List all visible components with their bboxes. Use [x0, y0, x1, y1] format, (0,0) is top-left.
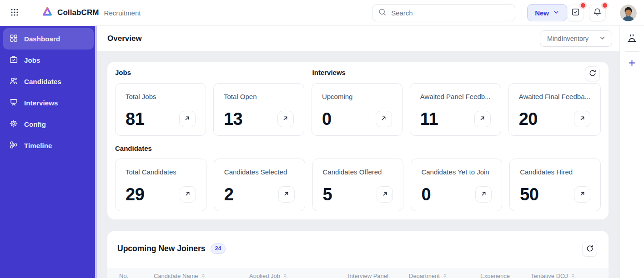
page-title: Overview	[107, 34, 142, 43]
stat-label: Total Jobs	[126, 93, 196, 100]
org-selector-value: MindInventory	[547, 35, 589, 42]
add-widget-button[interactable]	[624, 55, 640, 72]
topbar-actions: New	[372, 4, 637, 21]
open-stat-button[interactable]	[180, 186, 196, 203]
arrow-up-right-icon	[282, 114, 289, 124]
stats-row-1: Total Jobs 81 Total Open 13 Upcoming	[115, 83, 601, 136]
arrow-up-right-icon	[282, 190, 290, 199]
brand: CollabCRM Recruitment	[41, 6, 141, 20]
open-stat-button[interactable]	[474, 111, 491, 127]
refresh-stats-button[interactable]	[585, 66, 600, 81]
column-header-candidate-name[interactable]: Candidate Name	[154, 273, 249, 278]
org-selector[interactable]: MindInventory	[540, 30, 612, 47]
stat-card-awaited-final-feedback: Awaited Final Feedba... 20	[508, 83, 601, 136]
stat-label: Candidates Yet to Join	[421, 168, 492, 176]
open-stat-button[interactable]	[376, 111, 392, 127]
sidebar-item-label: Candidates	[24, 78, 61, 85]
column-header-applied-job[interactable]: Applied Job	[249, 273, 348, 278]
chevron-down-icon	[599, 35, 606, 43]
stat-card-candidates-selected: Candidates Selected 2	[214, 159, 305, 211]
section-label-candidates: Candidates	[115, 144, 601, 152]
arrow-up-right-icon	[579, 190, 586, 199]
search-input[interactable]	[391, 9, 509, 17]
stat-label: Awaited Panel Feedb...	[420, 93, 491, 100]
column-header-department[interactable]: Department	[409, 273, 480, 278]
chip-icon	[9, 119, 18, 130]
stat-value: 81	[126, 110, 144, 128]
sidebar: Dashboard Jobs Candidates Interviews Con…	[0, 26, 97, 278]
column-label: Applied Job	[249, 273, 280, 278]
new-button[interactable]: New	[527, 4, 567, 21]
main-content: Overview MindInventory Jobs Interviews	[97, 26, 619, 278]
stat-value: 2	[224, 186, 234, 203]
stat-card-candidates-yet-to-join: Candidates Yet to Join 0	[411, 159, 502, 211]
arrow-up-right-icon	[480, 190, 488, 199]
column-header-no: No.	[119, 273, 154, 278]
stat-card-upcoming: Upcoming 0	[312, 83, 402, 136]
sidebar-item-candidates[interactable]: Candidates	[3, 71, 94, 92]
open-stat-button[interactable]	[574, 186, 590, 203]
service-bell-icon	[626, 33, 638, 46]
notifications-button[interactable]	[589, 5, 606, 21]
sidebar-item-label: Interviews	[24, 99, 58, 107]
section-label-interviews: Interviews	[312, 69, 601, 76]
stat-label: Candidates Hired	[520, 168, 590, 176]
sort-icon[interactable]	[282, 273, 288, 278]
sort-icon[interactable]	[442, 273, 448, 278]
stat-value: 29	[126, 186, 144, 203]
stat-label: Awaited Final Feedba...	[519, 93, 590, 100]
sort-icon[interactable]	[570, 273, 576, 278]
column-header-experience: Experience	[480, 273, 531, 278]
chevron-down-icon	[553, 9, 559, 17]
stat-card-total-open: Total Open 13	[213, 83, 304, 136]
joiners-title: Upcoming New Joiners	[117, 244, 206, 253]
open-stat-button[interactable]	[179, 111, 196, 127]
open-stat-button[interactable]	[475, 186, 492, 203]
column-label: Tentative DOJ	[531, 273, 568, 278]
sidebar-item-label: Dashboard	[24, 35, 60, 43]
arrow-up-right-icon	[380, 114, 387, 124]
checkbox-check-icon	[571, 7, 580, 18]
open-stat-button[interactable]	[574, 111, 590, 127]
presentation-board-icon	[9, 98, 18, 109]
stat-value: 5	[323, 186, 332, 203]
sidebar-item-config[interactable]: Config	[3, 114, 94, 135]
column-header-tentative-doj[interactable]: Tentative DOJ	[531, 273, 604, 278]
open-stat-button[interactable]	[278, 186, 295, 203]
joiners-count-badge: 24	[211, 243, 226, 254]
new-button-label: New	[535, 9, 549, 17]
sidebar-item-label: Config	[24, 120, 46, 128]
sidebar-item-timeline[interactable]: Timeline	[3, 135, 94, 156]
sidebar-item-jobs[interactable]: Jobs	[3, 50, 94, 71]
app: CollabCRM Recruitment New	[0, 0, 644, 278]
sidebar-item-dashboard[interactable]: Dashboard	[3, 28, 94, 50]
product-name: Recruitment	[104, 9, 141, 17]
stat-label: Upcoming	[322, 93, 392, 100]
stat-value: 11	[420, 110, 438, 128]
open-stat-button[interactable]	[277, 111, 294, 127]
stat-card-awaited-panel-feedback: Awaited Panel Feedb... 11	[410, 83, 501, 136]
collabcrm-logo-icon	[41, 6, 53, 20]
stat-card-candidates-offered: Candidates Offered 5	[312, 159, 404, 211]
stat-label: Total Candidates	[126, 168, 196, 176]
bell-notification-dot	[603, 3, 607, 8]
stat-value: 50	[520, 186, 538, 203]
arrow-up-right-icon	[478, 114, 486, 124]
service-bell-button[interactable]	[624, 31, 640, 48]
stat-value: 20	[519, 110, 538, 128]
stat-card-candidates-hired: Candidates Hired 50	[509, 159, 601, 211]
open-stat-button[interactable]	[377, 186, 393, 203]
sort-icon[interactable]	[201, 273, 206, 278]
user-avatar[interactable]	[620, 5, 637, 21]
rail-divider	[625, 51, 639, 52]
search-box[interactable]	[372, 4, 515, 21]
column-label: Interview Panel	[348, 273, 388, 278]
page-header: Overview MindInventory	[97, 26, 619, 51]
refresh-joiners-button[interactable]	[582, 242, 597, 257]
tasks-button[interactable]	[567, 5, 584, 21]
arrow-up-right-icon	[184, 190, 191, 199]
app-launcher-button[interactable]	[7, 5, 22, 20]
bell-icon	[593, 7, 602, 18]
sidebar-item-interviews[interactable]: Interviews	[3, 92, 94, 114]
plus-icon	[627, 58, 637, 69]
